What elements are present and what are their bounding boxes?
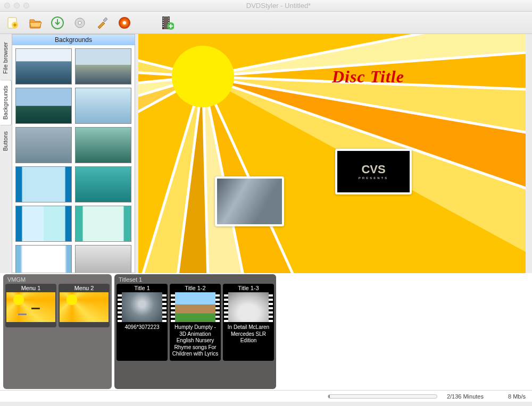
window-controls[interactable] xyxy=(4,3,29,9)
backgrounds-panel: Backgrounds xyxy=(12,34,135,273)
svg-rect-16 xyxy=(169,20,169,21)
add-video-button[interactable] xyxy=(160,15,174,30)
status-minutes: 2/136 Minutes xyxy=(447,393,484,400)
titleset-group[interactable]: Titleset 1 Title 1 4096*3072223 Title 1-… xyxy=(114,274,276,389)
svg-rect-10 xyxy=(163,18,163,19)
background-thumb[interactable] xyxy=(15,127,72,163)
disc-usage-progress xyxy=(328,394,437,399)
window-title: DVDStyler - Untitled* xyxy=(29,2,528,10)
title-thumbnail xyxy=(171,292,220,322)
svg-point-6 xyxy=(123,21,126,24)
window-titlebar: DVDStyler - Untitled* xyxy=(0,0,532,12)
status-bar: 2/136 Minutes 8 Mb/s xyxy=(0,390,532,402)
background-thumb[interactable] xyxy=(75,88,131,124)
menu-item[interactable]: Menu 1 xyxy=(5,284,56,327)
menu-video-thumbnail-2[interactable]: CVS PRESENTS xyxy=(335,149,412,194)
workspace: Buttons Backgrounds File browser Backgro… xyxy=(0,34,532,273)
background-thumb[interactable] xyxy=(75,245,131,273)
main-toolbar xyxy=(0,12,532,34)
title-thumbnail xyxy=(224,292,273,322)
side-tab-filebrowser[interactable]: File browser xyxy=(0,36,12,80)
title-thumbnail xyxy=(118,292,167,322)
title-caption: In Detail McLaren Mercedes SLR Edition xyxy=(223,322,274,361)
tools-button[interactable] xyxy=(95,15,110,30)
background-thumb[interactable] xyxy=(75,166,131,202)
titleset-label: Titleset 1 xyxy=(117,276,274,284)
background-thumb[interactable] xyxy=(75,206,131,242)
title-caption: 4096*3072223 xyxy=(117,322,168,361)
svg-point-38 xyxy=(172,46,234,107)
title-item[interactable]: Title 1 4096*3072223 xyxy=(117,284,168,361)
background-thumb[interactable] xyxy=(75,48,131,84)
menu-item-label: Menu 1 xyxy=(5,284,56,292)
svg-point-4 xyxy=(78,21,81,24)
menu-video-thumbnail-1[interactable] xyxy=(215,176,284,226)
logo-text: CVS xyxy=(361,163,385,176)
minimize-window-icon[interactable] xyxy=(14,3,20,9)
timeline: VMGM Menu 1 Menu 2 Titleset 1 Title 1 40… xyxy=(0,273,532,390)
svg-rect-12 xyxy=(163,22,163,23)
zoom-window-icon[interactable] xyxy=(23,3,29,9)
save-project-button[interactable] xyxy=(50,15,65,30)
background-thumb[interactable] xyxy=(15,166,72,202)
vmgm-group[interactable]: VMGM Menu 1 Menu 2 xyxy=(3,274,112,389)
title-item[interactable]: Title 1-3 In Detail McLaren Mercedes SLR… xyxy=(223,284,274,361)
vmgm-label: VMGM xyxy=(5,276,110,284)
background-thumb[interactable] xyxy=(15,88,72,124)
title-item[interactable]: Title 1-2 Humpty Dumpty - 3D Animation E… xyxy=(170,284,221,361)
svg-rect-14 xyxy=(163,26,163,27)
canvas-area: Disc Title CVS PRESENTS xyxy=(135,34,532,273)
status-bitrate: 8 Mb/s xyxy=(508,393,526,400)
side-tab-backgrounds[interactable]: Backgrounds xyxy=(0,80,12,125)
disc-title-text[interactable]: Disc Title xyxy=(332,67,404,87)
menu-canvas[interactable]: Disc Title CVS PRESENTS xyxy=(138,34,526,273)
open-project-button[interactable] xyxy=(28,15,43,30)
svg-rect-11 xyxy=(163,20,163,21)
background-thumb[interactable] xyxy=(15,206,72,242)
background-thumb[interactable] xyxy=(75,127,131,163)
settings-button[interactable] xyxy=(72,15,87,30)
background-thumb[interactable] xyxy=(15,48,72,84)
menu-thumbnail xyxy=(6,292,55,322)
side-tab-strip: Buttons Backgrounds File browser xyxy=(0,34,12,273)
background-thumb[interactable] xyxy=(15,245,72,273)
burn-disc-button[interactable] xyxy=(117,15,132,30)
backgrounds-grid[interactable] xyxy=(12,45,135,273)
menu-item[interactable]: Menu 2 xyxy=(59,284,110,327)
menu-thumbnail xyxy=(60,292,109,322)
svg-rect-13 xyxy=(163,24,163,25)
menu-caption xyxy=(5,322,56,327)
logo-subtext: PRESENTS xyxy=(359,176,388,180)
svg-rect-15 xyxy=(169,18,169,19)
backgrounds-panel-header: Backgrounds xyxy=(12,35,135,45)
title-item-label: Title 1-3 xyxy=(223,284,274,292)
title-item-label: Title 1-2 xyxy=(170,284,221,292)
menu-caption xyxy=(59,322,110,327)
side-tab-buttons[interactable]: Buttons xyxy=(0,125,12,157)
title-caption: Humpty Dumpty - 3D Animation English Nur… xyxy=(170,322,221,361)
title-item-label: Title 1 xyxy=(117,284,168,292)
close-window-icon[interactable] xyxy=(4,3,10,9)
menu-item-label: Menu 2 xyxy=(59,284,110,292)
svg-rect-17 xyxy=(169,22,169,23)
new-project-button[interactable] xyxy=(5,15,20,30)
